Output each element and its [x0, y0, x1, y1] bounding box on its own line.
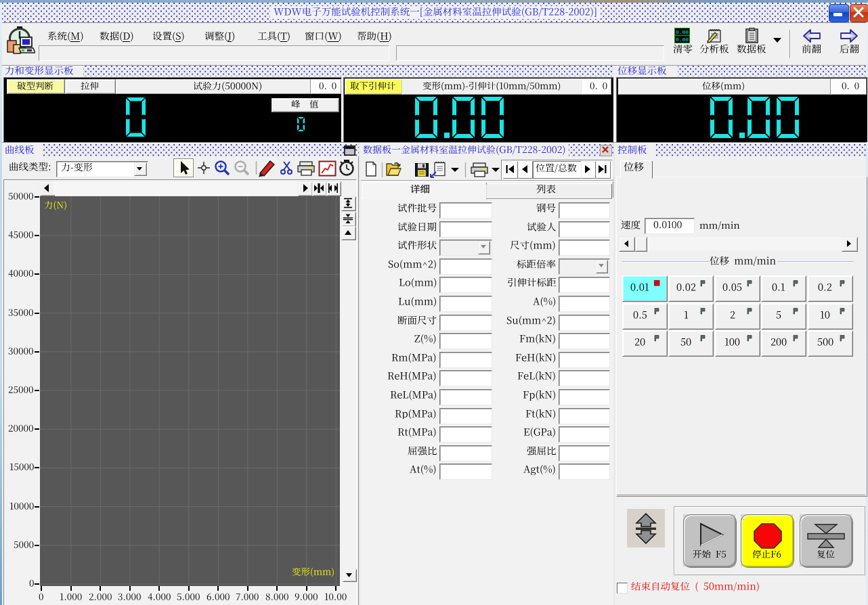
svg-text:0.00: 0.00 — [676, 29, 689, 35]
svg-text:0.00: 0.00 — [676, 37, 689, 43]
